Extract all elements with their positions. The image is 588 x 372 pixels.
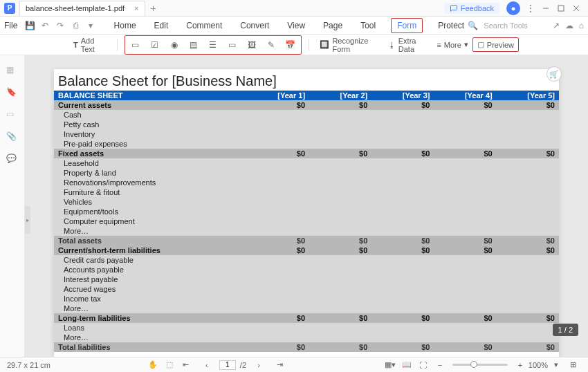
save-icon[interactable]: 💾 [24, 20, 35, 31]
row-label: Credit cards payable [54, 255, 559, 265]
row-label: Cash [54, 110, 559, 120]
textfield-icon[interactable]: ▭ [128, 37, 143, 53]
file-menu[interactable]: File [4, 21, 17, 30]
search-icon[interactable]: 🔍 [468, 21, 478, 30]
signature-icon[interactable]: ✎ [264, 37, 279, 53]
reading-mode-icon[interactable]: 📖 [401, 360, 412, 371]
feedback-button[interactable]: Feedback [444, 3, 499, 14]
row-label: Accrued wages [54, 284, 559, 294]
preview-icon: ▢ [477, 40, 484, 49]
year-header: [Year 2] [309, 91, 371, 100]
comment-icon[interactable]: 💬 [6, 154, 19, 166]
zoom-slider[interactable] [452, 364, 508, 366]
recognize-icon: 🔲 [320, 40, 329, 49]
cell-value: $0 [497, 245, 559, 255]
select-tool-icon[interactable]: ⬚ [164, 360, 175, 371]
undo-icon[interactable]: ↶ [39, 20, 50, 31]
row-label: Furniture & fitout [54, 187, 559, 197]
bookmark-icon[interactable]: 🔖 [6, 87, 19, 100]
cell-value: $0 [309, 100, 371, 110]
menu-tool[interactable]: Tool [358, 18, 378, 33]
cell-value: $0 [434, 245, 496, 255]
recognize-form-button[interactable]: 🔲 Recognize Form [315, 35, 383, 55]
svg-rect-1 [558, 6, 564, 11]
row-label: Income tax [54, 294, 559, 304]
home-icon[interactable]: ⌂ [579, 21, 584, 30]
maximize-icon[interactable] [553, 1, 569, 15]
menu-page[interactable]: Page [320, 18, 345, 33]
thumbnails-icon[interactable]: ▦ [6, 65, 19, 77]
menu-form[interactable]: Form [391, 18, 423, 33]
cloud-icon[interactable]: ☁ [565, 21, 573, 30]
menu-protect[interactable]: Protect [435, 18, 467, 33]
minimize-icon[interactable] [538, 1, 553, 15]
page-title: Balance Sheet for [Business Name] [54, 69, 559, 91]
row-label: Accounts payable [54, 265, 559, 275]
zoom-in-icon[interactable]: + [515, 360, 526, 371]
cell-value: $0 [434, 100, 496, 110]
last-page-icon[interactable]: ⇥ [274, 360, 285, 371]
cell-value: $0 [247, 342, 309, 352]
close-tab-icon[interactable]: × [134, 4, 138, 12]
fit-page-icon[interactable]: ⛶ [418, 360, 429, 371]
menu-convert[interactable]: Convert [237, 18, 272, 33]
menu-view[interactable]: View [284, 18, 308, 33]
menu-edit[interactable]: Edit [151, 18, 172, 33]
cell-value: $0 [434, 149, 496, 158]
zoom-out-icon[interactable]: − [434, 360, 445, 371]
cart-icon[interactable]: 🛒 [546, 66, 562, 82]
form-fields-group: ▭ ☑ ◉ ▤ ☰ ▭ 🖼 ✎ 📅 [125, 35, 302, 55]
document-tab[interactable]: balance-sheet-template-1.pdf × [19, 1, 145, 16]
view-mode-icon[interactable]: ▦▾ [385, 360, 396, 371]
cell-value: $0 [497, 342, 559, 352]
button-icon[interactable]: ▭ [225, 37, 240, 53]
add-text-button[interactable]: T Add Text [69, 35, 110, 55]
collapse-handle[interactable]: ▸ [25, 206, 30, 234]
page-icon[interactable]: ▭ [6, 109, 19, 122]
next-page-icon[interactable]: › [253, 360, 264, 371]
cell-value: $0 [371, 342, 434, 352]
cell-value: $0 [309, 245, 371, 255]
menu-comment[interactable]: Comment [183, 18, 225, 33]
print-icon[interactable]: ⎙ [70, 20, 81, 31]
cell-value: $0 [497, 236, 559, 245]
radio-icon[interactable]: ◉ [167, 37, 182, 53]
extra-data-button[interactable]: ⭳ Extra Data [384, 35, 433, 55]
row-label: Inventory [54, 129, 559, 139]
combobox-icon[interactable]: ▤ [186, 37, 201, 53]
listbox-icon[interactable]: ☰ [205, 37, 221, 53]
redo-icon[interactable]: ↷ [55, 20, 66, 31]
menu-home[interactable]: Home [111, 18, 139, 33]
cell-value: $0 [371, 100, 434, 110]
new-tab-button[interactable]: + [151, 3, 156, 14]
fullscreen-icon[interactable]: ⊞ [567, 360, 578, 371]
search-tools-text[interactable]: Search Tools [484, 21, 527, 30]
share-icon[interactable]: ↗ [553, 21, 560, 30]
preview-button[interactable]: ▢ Preview [472, 37, 519, 52]
checkbox-icon[interactable]: ☑ [147, 37, 163, 53]
user-avatar[interactable]: ● [506, 1, 520, 15]
cell-value: $0 [434, 313, 496, 323]
image-icon[interactable]: 🖼 [244, 37, 259, 53]
text-icon: T [73, 41, 78, 49]
kebab-menu-icon[interactable]: ⋮ [523, 1, 538, 15]
dropdown-icon[interactable]: ▾ [85, 20, 96, 31]
zoom-dropdown-icon[interactable]: ▾ [551, 360, 562, 371]
cell-value: $0 [247, 313, 309, 323]
prev-page-icon[interactable]: ‹ [201, 360, 212, 371]
first-page-icon[interactable]: ⇤ [181, 360, 192, 371]
page-indicator: 1 / 2 [553, 324, 578, 336]
preview-label: Preview [487, 41, 514, 49]
row-label: Current/short-term liabilities [54, 245, 247, 255]
download-icon: ⭳ [388, 41, 396, 49]
hand-tool-icon[interactable]: ✋ [147, 360, 158, 371]
date-icon[interactable]: 📅 [283, 37, 298, 53]
row-label: Loans [54, 323, 559, 333]
row-label: More… [54, 333, 559, 342]
page-dimensions: 29.7 x 21 cm [7, 361, 50, 369]
close-window-icon[interactable] [569, 1, 584, 15]
more-button[interactable]: ≡ More ▾ [432, 38, 472, 51]
page-number-input[interactable] [219, 360, 236, 370]
row-label: Total liabilities [54, 342, 247, 352]
attachment-icon[interactable]: 📎 [6, 131, 19, 144]
